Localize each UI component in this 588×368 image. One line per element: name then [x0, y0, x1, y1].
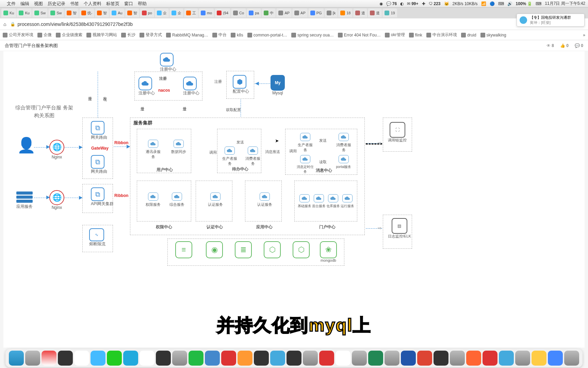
- browser-tab[interactable]: 18: [338, 9, 353, 17]
- browser-tab[interactable]: 工: [184, 9, 198, 17]
- dock-app5[interactable]: [221, 351, 236, 366]
- dock-app4[interactable]: [205, 351, 220, 366]
- menu-profile[interactable]: 个人资料: [84, 1, 101, 7]
- menu-file[interactable]: 文件: [7, 1, 16, 7]
- dock-finder[interactable]: [9, 351, 24, 366]
- note-icon[interactable]: ◐: [400, 1, 404, 6]
- browser-tab[interactable]: Ku: [17, 9, 31, 17]
- browser-tab[interactable]: [k: [325, 9, 338, 17]
- dock-app19[interactable]: [515, 351, 530, 366]
- browser-tab[interactable]: 智: [125, 9, 139, 17]
- cat-icon[interactable]: 🐱: [444, 1, 449, 6]
- menu-window[interactable]: 窗口: [124, 1, 133, 7]
- comments-count[interactable]: 💬 0: [575, 43, 583, 48]
- dock-app10[interactable]: [303, 351, 318, 366]
- menu-history[interactable]: 历史记录: [48, 1, 65, 7]
- browser-tab[interactable]: AP: [292, 9, 308, 17]
- msg-status[interactable]: ✉99+: [407, 1, 418, 6]
- battery[interactable]: 100% 🔋: [516, 1, 533, 6]
- browser-tab[interactable]: Au: [110, 9, 124, 17]
- net-speed[interactable]: 2KB/s 10KB/s: [453, 1, 478, 6]
- browser-tab[interactable]: po: [140, 9, 154, 17]
- bookmark-item[interactable]: spring secury oua…: [291, 33, 334, 37]
- browser-tab[interactable]: Ku: [1, 9, 16, 17]
- dock-trash[interactable]: [564, 351, 579, 366]
- browser-tab[interactable]: 企: [155, 9, 169, 17]
- vol-icon[interactable]: 🔊: [507, 1, 512, 6]
- dock-music[interactable]: [189, 351, 203, 366]
- dock-app12[interactable]: [352, 351, 367, 366]
- browser-tab[interactable]: 中: [262, 9, 276, 17]
- browser-tab[interactable]: 企: [169, 9, 183, 17]
- dock-wechat[interactable]: [107, 351, 122, 366]
- url-text[interactable]: processon.com/view/link/62538b4307912907…: [17, 21, 133, 27]
- dock-app2[interactable]: [123, 351, 138, 366]
- dock-app13[interactable]: [385, 351, 399, 366]
- menu-help[interactable]: 帮助: [138, 1, 147, 7]
- browser-tab[interactable]: 道: [368, 9, 382, 17]
- browser-tab[interactable]: Sw: [48, 9, 64, 17]
- dock-intellij[interactable]: [58, 351, 73, 366]
- plus-icon[interactable]: ✚: [422, 1, 425, 6]
- bookmark-item[interactable]: Error 404 Not Fou…: [338, 33, 381, 37]
- dock-app20[interactable]: [548, 351, 563, 366]
- bookmark-item[interactable]: 企业级搜索: [56, 32, 82, 38]
- talk-count[interactable]: 🗨 223: [429, 1, 441, 6]
- dock-app17[interactable]: [483, 351, 497, 366]
- dock-app18[interactable]: [499, 351, 514, 366]
- bookmark-item[interactable]: k8s: [231, 33, 243, 37]
- wechat-status[interactable]: 💬 76: [386, 1, 397, 6]
- lock-icon[interactable]: 🔒: [10, 22, 15, 27]
- bookmark-item[interactable]: 登录方式: [140, 32, 162, 38]
- bookmark-item[interactable]: druid: [461, 33, 476, 37]
- dock-app9[interactable]: [287, 351, 301, 366]
- menu-view[interactable]: 视图: [34, 1, 43, 7]
- bookmark-item[interactable]: 长沙: [121, 32, 135, 38]
- dock-launchpad[interactable]: [25, 351, 40, 366]
- dock-ppt[interactable]: [417, 351, 432, 366]
- dock-qq[interactable]: [74, 351, 89, 366]
- home-icon[interactable]: ⌂: [3, 21, 6, 27]
- likes-count[interactable]: 👍 0: [560, 43, 569, 48]
- keyboard-icon[interactable]: ⌨: [498, 1, 504, 6]
- dock-app16[interactable]: [466, 351, 481, 366]
- dock-app8[interactable]: [270, 351, 285, 366]
- browser-tab[interactable]: pa: [247, 9, 261, 17]
- browser-tab[interactable]: PG: [308, 9, 324, 17]
- bookmarks-overflow[interactable]: »: [583, 33, 585, 37]
- browser-tab[interactable]: mo: [199, 9, 214, 17]
- bookmark-item[interactable]: okr管理: [385, 32, 405, 38]
- bt-icon[interactable]: 🔵: [490, 1, 495, 6]
- rec-icon[interactable]: ◉: [379, 1, 383, 6]
- dock-word[interactable]: [401, 351, 416, 366]
- browser-tab[interactable]: 智: [65, 9, 79, 17]
- menu-bookmarks[interactable]: 书签: [70, 1, 79, 7]
- dock-app1[interactable]: [91, 351, 105, 366]
- browser-tab[interactable]: Co: [231, 9, 246, 17]
- dock-terminal[interactable]: [156, 351, 171, 366]
- browser-tab[interactable]: 19: [382, 9, 397, 17]
- menu-edit[interactable]: 编辑: [20, 1, 29, 7]
- dock-app6[interactable]: [238, 351, 252, 366]
- dock-calendar[interactable]: [140, 351, 154, 366]
- dock-atom[interactable]: [368, 351, 383, 366]
- menu-tabs[interactable]: 标签页: [106, 1, 119, 7]
- dock-app14[interactable]: [434, 351, 448, 366]
- bookmark-item[interactable]: flink: [409, 33, 422, 37]
- bookmark-item[interactable]: RabbitMQ Manag…: [166, 33, 208, 37]
- dock-app7[interactable]: [254, 351, 269, 366]
- bookmark-item[interactable]: 中台演示环境: [426, 32, 457, 38]
- browser-tab[interactable]: 智: [95, 9, 109, 17]
- bookmark-item[interactable]: 视频学习网站: [86, 32, 117, 38]
- dock-chrome[interactable]: [336, 351, 350, 366]
- notification-popup[interactable]: 【专】国电投研发沟通群 黄坤：[旺柴]: [517, 14, 585, 27]
- bookmark-item[interactable]: 中台: [212, 32, 227, 38]
- bookmark-item[interactable]: 企微: [37, 32, 52, 38]
- browser-tab[interactable]: Sw: [32, 9, 48, 17]
- browser-tab[interactable]: (94: [215, 9, 230, 17]
- diagram-canvas[interactable]: 综合管理门户平台服 务架构关系图 注册中心 注册中心 注册中心 注册 nacos…: [3, 51, 585, 348]
- input-icon[interactable]: ⌨: [536, 1, 541, 6]
- browser-tab[interactable]: 道: [353, 9, 367, 17]
- bookmark-item[interactable]: 公司开发环境: [3, 32, 33, 38]
- clock[interactable]: 11月7日 周一下午5:42: [545, 1, 585, 6]
